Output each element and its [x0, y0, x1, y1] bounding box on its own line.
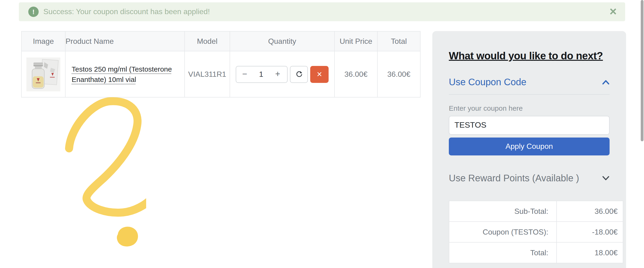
column-header-product-name: Product Name [65, 31, 184, 51]
product-model: VIAL311R1 [184, 51, 230, 97]
product-unit-price: 36.00€ [334, 51, 378, 97]
next-steps-panel: What would you like to do next? Use Coup… [432, 31, 626, 268]
product-name-link[interactable]: Testos 250 mg/ml (Testosterone Enanthate… [72, 65, 172, 83]
success-alert: ! Success: Your coupon discount has been… [19, 2, 625, 21]
total-value: 18.00€ [556, 242, 623, 263]
coupon-discount-row: Coupon (TESTOS): -18.00€ [449, 222, 623, 242]
increase-quantity-button[interactable]: + [269, 69, 286, 79]
subtotal-value: 36.00€ [556, 201, 623, 222]
decrease-quantity-button[interactable]: − [236, 69, 253, 79]
handwritten-2-annotation [61, 94, 146, 250]
page-title: What would you like to do next? [449, 50, 603, 62]
column-header-unit-price: Unit Price [334, 31, 378, 51]
total-label: Total: [449, 242, 556, 263]
chevron-down-icon [602, 175, 610, 181]
subtotal-label: Sub-Total: [449, 201, 556, 222]
success-alert-message: Success: Your coupon discount has been a… [43, 7, 210, 16]
table-row: Testos 250 mg/ml (Testosterone Enanthate… [22, 51, 420, 97]
total-row: Total: 18.00€ [449, 242, 623, 263]
product-thumbnail[interactable] [26, 57, 60, 91]
column-header-image: Image [22, 31, 65, 51]
vertical-scrollbar[interactable] [641, 0, 644, 141]
chevron-up-icon [602, 79, 610, 84]
use-coupon-code-toggle[interactable]: Use Coupon Code [449, 75, 610, 89]
cart-table-header-row: Image Product Name Model Quantity Unit P… [22, 31, 420, 51]
use-reward-points-label: Use Reward Points (Available ) [449, 173, 579, 184]
column-header-model: Model [184, 31, 230, 51]
cart-page: ! Success: Your coupon discount has been… [0, 0, 644, 268]
cart-table: Image Product Name Model Quantity Unit P… [21, 31, 420, 97]
subtotal-row: Sub-Total: 36.00€ [449, 201, 623, 222]
quantity-cell: − + × [230, 51, 334, 97]
use-coupon-code-label: Use Coupon Code [449, 76, 526, 87]
coupon-discount-value: -18.00€ [556, 222, 623, 242]
refresh-icon [295, 71, 302, 78]
remove-item-button[interactable]: × [310, 66, 328, 83]
use-reward-points-toggle[interactable]: Use Reward Points (Available ) [449, 171, 610, 185]
quantity-input[interactable] [253, 70, 269, 78]
remove-icon: × [317, 69, 322, 79]
coupon-input-label: Enter your coupon here [449, 104, 523, 112]
product-image-cell [22, 51, 65, 97]
exclamation-circle-icon: ! [28, 6, 39, 17]
update-quantity-button[interactable] [290, 66, 308, 83]
product-line-total: 36.00€ [378, 51, 420, 97]
column-header-quantity: Quantity [230, 31, 334, 51]
coupon-input[interactable] [449, 116, 610, 135]
order-totals-table: Sub-Total: 36.00€ Coupon (TESTOS): -18.0… [449, 201, 623, 263]
quantity-stepper: − + [236, 66, 288, 83]
coupon-discount-label: Coupon (TESTOS): [449, 222, 556, 242]
close-icon[interactable]: × [608, 4, 618, 18]
product-name-cell: Testos 250 mg/ml (Testosterone Enanthate… [65, 51, 184, 97]
column-header-total: Total [378, 31, 420, 51]
divider [449, 94, 610, 95]
apply-coupon-button[interactable]: Apply Coupon [449, 138, 610, 155]
